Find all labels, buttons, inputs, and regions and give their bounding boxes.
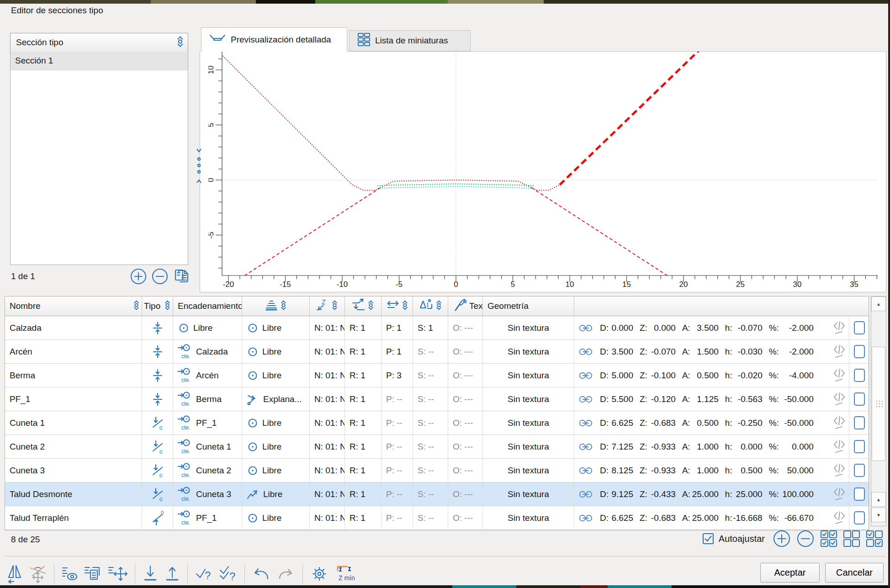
table-row-cuneta-1[interactable]: Cuneta 10cte.PF_1LibreN: 01: NR: 1P: --S… — [5, 411, 869, 435]
header-elevation[interactable]: Z — [310, 297, 345, 316]
cell-n[interactable]: N: 01: N — [310, 411, 345, 434]
cell-s[interactable]: S: -- — [413, 340, 448, 363]
remove-section-button[interactable] — [151, 267, 169, 286]
cell-tipo tipo-icon[interactable]: 0 — [142, 435, 173, 458]
scroll-step-down-button[interactable]: ▼ — [871, 508, 886, 522]
cell-r[interactable]: R: 1 — [345, 340, 381, 363]
header-offset[interactable] — [413, 297, 448, 316]
row-checkbox[interactable] — [854, 440, 865, 453]
cell-geometria[interactable]: D:3.500Z:-0.070A:1.500h:-0.030%:-2.000 — [574, 340, 849, 363]
cell-p[interactable]: P: 1 — [381, 340, 413, 363]
cell-checkbox[interactable] — [849, 411, 869, 434]
cell-p[interactable]: P: -- — [381, 482, 413, 506]
cell-encadenamiento[interactable]: cte.Arcén — [173, 364, 242, 387]
cell-p[interactable]: P: -- — [381, 411, 413, 434]
cell-geometria[interactable]: D:6.625Z:-0.683A:0.500h:-0.250%:-50.000 — [574, 411, 849, 434]
cell-encadenamiento[interactable]: Libre — [173, 316, 242, 339]
list-item-seccion-1[interactable]: Sección 1 — [11, 52, 188, 70]
cell-tipo tipo-icon[interactable] — [142, 364, 173, 387]
spinner-icon[interactable] — [280, 299, 287, 313]
cell-tipo tipo-icon[interactable]: 0 — [142, 482, 173, 506]
cell-o[interactable]: O: --- — [448, 364, 483, 387]
cell-o[interactable]: O: --- — [448, 340, 483, 363]
select-none-grid-button[interactable] — [842, 530, 861, 548]
cell-textura[interactable]: Sin textura — [483, 459, 574, 482]
add-section-button[interactable] — [130, 267, 147, 286]
cell-p[interactable]: P: -- — [381, 435, 413, 458]
cell-textura[interactable]: Sin textura — [483, 340, 574, 363]
cell-s[interactable]: S: -- — [413, 387, 448, 411]
cell-checkbox[interactable] — [849, 435, 869, 458]
table-scrollbar[interactable]: ▲ ▲ ▼ — [871, 296, 886, 526]
cell-r[interactable]: R: 1 — [345, 364, 381, 387]
cell-textura[interactable]: Sin textura — [483, 411, 574, 434]
invert-selection-grid-button[interactable] — [865, 530, 884, 548]
cell-s[interactable]: S: -- — [413, 506, 448, 530]
header-levels[interactable] — [242, 297, 310, 316]
section-preview-panel[interactable]: -20-15-10-505101520253035-50510 — [200, 51, 886, 292]
zoom-in-button[interactable] — [772, 529, 791, 548]
formula-icon[interactable] — [832, 318, 846, 337]
spinner-icon[interactable] — [176, 35, 184, 50]
cell-r[interactable]: R: 1 — [345, 506, 381, 530]
cell-referencia-vertical[interactable]: Libre — [242, 482, 310, 506]
formula-icon[interactable] — [832, 437, 846, 456]
cell-tipo tipo-icon[interactable] — [142, 316, 173, 339]
zoom-out-button[interactable] — [796, 529, 815, 548]
cell-textura[interactable]: Sin textura — [483, 364, 574, 387]
spinner-icon[interactable] — [164, 299, 171, 313]
formula-icon[interactable] — [832, 342, 846, 361]
cell-tipo tipo-icon[interactable] — [142, 387, 173, 411]
header-geometria[interactable]: Geometría — [483, 297, 574, 316]
cell-o[interactable]: O: --- — [448, 387, 483, 411]
header-width[interactable] — [381, 297, 413, 316]
cell-geometria[interactable]: D:8.125Z:-0.933A:1.000h:0.500%:50.000 — [574, 459, 849, 482]
cell-p[interactable]: P: -- — [381, 459, 413, 482]
move-section-disabled-button[interactable] — [28, 563, 48, 584]
cell-n[interactable]: N: 01: N — [310, 316, 345, 339]
cell-encadenamiento[interactable]: cte.Cuneta 2 — [173, 459, 242, 482]
cell-n[interactable]: N: 01: N — [310, 387, 345, 411]
row-checkbox[interactable] — [854, 511, 865, 524]
cell-textura[interactable]: Sin textura — [483, 435, 574, 458]
spinner-icon[interactable] — [435, 299, 442, 313]
cell-nombre[interactable]: Arcén — [5, 340, 142, 363]
cell-textura[interactable]: Sin textura — [483, 316, 574, 339]
cell-referencia-vertical[interactable]: Libre — [242, 411, 310, 434]
cell-r[interactable]: R: 1 — [345, 459, 381, 482]
redo-button[interactable] — [276, 564, 296, 583]
cell-s[interactable]: S: -- — [413, 411, 448, 434]
splitter-handle[interactable] — [195, 145, 203, 186]
cell-checkbox[interactable] — [849, 364, 869, 387]
cell-n[interactable]: N: 01: N — [310, 482, 345, 506]
section-type-header[interactable]: Sección tipo — [10, 33, 188, 52]
cell-textura[interactable]: Sin textura — [483, 506, 574, 530]
cell-nombre[interactable]: Cuneta 3 — [5, 459, 142, 482]
header-tipo[interactable]: Tipo — [142, 297, 173, 316]
cell-checkbox[interactable] — [849, 482, 869, 506]
cell-textura[interactable]: Sin textura — [483, 387, 574, 411]
cell-checkbox[interactable] — [849, 316, 869, 339]
cell-nombre[interactable]: Cuneta 1 — [5, 411, 142, 434]
table-row-pf-1[interactable]: PF_1cte.BermaExplana...N: 01: NR: 1P: --… — [5, 387, 869, 411]
settings-gear-icon[interactable] — [309, 564, 329, 584]
tab-thumbnail-list[interactable]: Lista de miniaturas — [349, 30, 471, 51]
cell-r[interactable]: R: 1 — [345, 316, 381, 339]
cell-encadenamiento[interactable]: cte.Cuneta 1 — [173, 435, 242, 458]
cell-r[interactable]: R: 1 — [345, 387, 381, 411]
cell-p[interactable]: P: -- — [381, 506, 413, 530]
cell-o[interactable]: O: --- — [448, 459, 483, 482]
select-all-grid-button[interactable] — [820, 530, 838, 548]
formula-icon[interactable] — [832, 366, 846, 385]
z-min-button[interactable]: Z mín — [334, 564, 357, 584]
cell-geometria[interactable]: D:0.000Z:0.000A:3.500h:-0.070%:-2.000 — [574, 316, 849, 339]
header-nombre[interactable]: Nombre — [5, 297, 142, 316]
cell-geometria[interactable]: D:7.125Z:-0.933A:1.000h:0.000%:0.000 — [574, 435, 849, 458]
cell-o[interactable]: O: --- — [448, 411, 483, 434]
cell-encadenamiento[interactable]: cte.PF_1 — [173, 411, 242, 434]
cell-tipo tipo-icon[interactable] — [142, 340, 173, 363]
cell-encadenamiento[interactable]: cte.PF_1 — [173, 506, 242, 530]
cell-s[interactable]: S: -- — [413, 364, 448, 387]
cell-textura[interactable]: Sin textura — [483, 482, 574, 506]
cell-referencia-vertical[interactable]: Libre — [242, 340, 310, 363]
